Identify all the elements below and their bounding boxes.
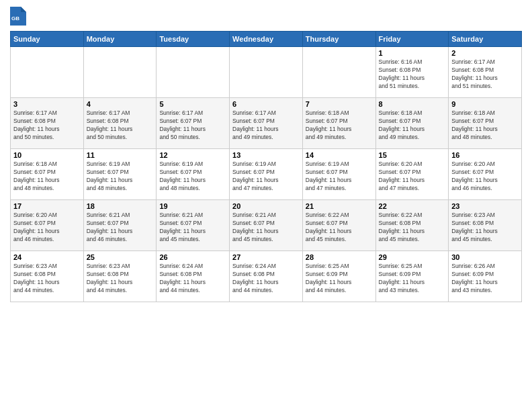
day-info: Sunrise: 6:24 AM Sunset: 6:08 PM Dayligh… [232, 263, 300, 295]
day-number: 2 [451, 49, 519, 57]
day-number: 25 [87, 253, 154, 261]
calendar-cell: 29Sunrise: 6:25 AM Sunset: 6:09 PM Dayli… [375, 251, 449, 302]
day-number: 23 [451, 202, 519, 210]
calendar-cell: 30Sunrise: 6:26 AM Sunset: 6:09 PM Dayli… [449, 251, 522, 302]
day-number: 7 [306, 100, 373, 108]
day-info: Sunrise: 6:20 AM Sunset: 6:07 PM Dayligh… [13, 212, 81, 244]
day-number: 8 [379, 100, 446, 108]
day-info: Sunrise: 6:18 AM Sunset: 6:07 PM Dayligh… [13, 161, 81, 193]
weekday-header-thursday: Thursday [302, 32, 375, 47]
calendar-cell: 18Sunrise: 6:21 AM Sunset: 6:07 PM Dayli… [83, 200, 157, 251]
calendar-page: GB SundayMondayTuesdayWednesdayThursdayF… [0, 0, 532, 411]
weekday-header-sunday: Sunday [11, 32, 84, 47]
day-info: Sunrise: 6:22 AM Sunset: 6:07 PM Dayligh… [306, 212, 373, 244]
day-info: Sunrise: 6:19 AM Sunset: 6:07 PM Dayligh… [232, 161, 300, 193]
day-info: Sunrise: 6:24 AM Sunset: 6:08 PM Dayligh… [159, 263, 226, 295]
day-info: Sunrise: 6:17 AM Sunset: 6:07 PM Dayligh… [232, 109, 300, 142]
calendar-cell: 13Sunrise: 6:19 AM Sunset: 6:07 PM Dayli… [230, 149, 303, 200]
day-info: Sunrise: 6:21 AM Sunset: 6:07 PM Dayligh… [159, 212, 226, 244]
day-number: 13 [232, 151, 300, 159]
calendar-cell: 11Sunrise: 6:19 AM Sunset: 6:07 PM Dayli… [83, 149, 157, 200]
weekday-header-friday: Friday [375, 32, 449, 47]
calendar-cell [157, 47, 230, 98]
calendar-cell: 4Sunrise: 6:17 AM Sunset: 6:08 PM Daylig… [83, 98, 157, 149]
day-info: Sunrise: 6:23 AM Sunset: 6:08 PM Dayligh… [13, 263, 81, 295]
day-number: 1 [379, 49, 446, 57]
day-number: 27 [232, 253, 300, 261]
day-info: Sunrise: 6:23 AM Sunset: 6:08 PM Dayligh… [87, 263, 154, 295]
day-number: 10 [13, 151, 81, 159]
day-info: Sunrise: 6:19 AM Sunset: 6:07 PM Dayligh… [87, 161, 154, 193]
svg-marker-1 [21, 7, 26, 12]
calendar-cell: 6Sunrise: 6:17 AM Sunset: 6:07 PM Daylig… [230, 98, 303, 149]
day-info: Sunrise: 6:17 AM Sunset: 6:07 PM Dayligh… [159, 109, 226, 142]
day-number: 12 [159, 151, 226, 159]
day-number: 24 [13, 253, 81, 261]
calendar-cell: 10Sunrise: 6:18 AM Sunset: 6:07 PM Dayli… [11, 149, 84, 200]
week-row-5: 24Sunrise: 6:23 AM Sunset: 6:08 PM Dayli… [11, 251, 522, 302]
calendar-cell: 21Sunrise: 6:22 AM Sunset: 6:07 PM Dayli… [302, 200, 375, 251]
calendar-cell [11, 47, 84, 98]
day-number: 30 [451, 253, 519, 261]
day-info: Sunrise: 6:19 AM Sunset: 6:07 PM Dayligh… [159, 161, 226, 193]
logo-icon: GB [10, 7, 26, 26]
calendar-cell: 2Sunrise: 6:17 AM Sunset: 6:08 PM Daylig… [449, 47, 522, 98]
day-info: Sunrise: 6:18 AM Sunset: 6:07 PM Dayligh… [379, 109, 446, 142]
calendar-cell: 28Sunrise: 6:25 AM Sunset: 6:09 PM Dayli… [302, 251, 375, 302]
calendar-cell: 24Sunrise: 6:23 AM Sunset: 6:08 PM Dayli… [11, 251, 84, 302]
calendar-cell: 3Sunrise: 6:17 AM Sunset: 6:08 PM Daylig… [11, 98, 84, 149]
weekday-header-wednesday: Wednesday [230, 32, 303, 47]
weekday-header-row: SundayMondayTuesdayWednesdayThursdayFrid… [11, 32, 522, 47]
weekday-header-tuesday: Tuesday [157, 32, 230, 47]
weekday-header-saturday: Saturday [449, 32, 522, 47]
calendar-cell: 15Sunrise: 6:20 AM Sunset: 6:07 PM Dayli… [375, 149, 449, 200]
day-number: 20 [232, 202, 300, 210]
calendar-table: SundayMondayTuesdayWednesdayThursdayFrid… [10, 31, 522, 302]
svg-text:GB: GB [11, 15, 19, 21]
day-number: 18 [87, 202, 154, 210]
day-number: 4 [87, 100, 154, 108]
week-row-2: 3Sunrise: 6:17 AM Sunset: 6:08 PM Daylig… [11, 98, 522, 149]
day-number: 28 [306, 253, 373, 261]
calendar-cell: 7Sunrise: 6:18 AM Sunset: 6:07 PM Daylig… [302, 98, 375, 149]
week-row-4: 17Sunrise: 6:20 AM Sunset: 6:07 PM Dayli… [11, 200, 522, 251]
day-number: 15 [379, 151, 446, 159]
day-info: Sunrise: 6:25 AM Sunset: 6:09 PM Dayligh… [379, 263, 446, 295]
calendar-cell [230, 47, 303, 98]
calendar-cell: 9Sunrise: 6:18 AM Sunset: 6:07 PM Daylig… [449, 98, 522, 149]
day-info: Sunrise: 6:16 AM Sunset: 6:08 PM Dayligh… [379, 58, 446, 91]
day-info: Sunrise: 6:17 AM Sunset: 6:08 PM Dayligh… [87, 109, 154, 142]
header: GB [10, 7, 522, 26]
day-number: 17 [13, 202, 81, 210]
logo: GB [10, 7, 28, 26]
day-number: 26 [159, 253, 226, 261]
calendar-cell: 1Sunrise: 6:16 AM Sunset: 6:08 PM Daylig… [375, 47, 449, 98]
calendar-cell [83, 47, 157, 98]
calendar-cell: 23Sunrise: 6:23 AM Sunset: 6:08 PM Dayli… [449, 200, 522, 251]
day-number: 9 [451, 100, 519, 108]
day-info: Sunrise: 6:22 AM Sunset: 6:08 PM Dayligh… [379, 212, 446, 244]
calendar-cell: 5Sunrise: 6:17 AM Sunset: 6:07 PM Daylig… [157, 98, 230, 149]
day-number: 14 [306, 151, 373, 159]
day-info: Sunrise: 6:19 AM Sunset: 6:07 PM Dayligh… [306, 161, 373, 193]
calendar-cell: 14Sunrise: 6:19 AM Sunset: 6:07 PM Dayli… [302, 149, 375, 200]
day-info: Sunrise: 6:21 AM Sunset: 6:07 PM Dayligh… [232, 212, 300, 244]
calendar-cell: 22Sunrise: 6:22 AM Sunset: 6:08 PM Dayli… [375, 200, 449, 251]
calendar-cell: 12Sunrise: 6:19 AM Sunset: 6:07 PM Dayli… [157, 149, 230, 200]
day-info: Sunrise: 6:20 AM Sunset: 6:07 PM Dayligh… [451, 161, 519, 193]
day-info: Sunrise: 6:17 AM Sunset: 6:08 PM Dayligh… [13, 109, 81, 142]
week-row-1: 1Sunrise: 6:16 AM Sunset: 6:08 PM Daylig… [11, 47, 522, 98]
day-number: 21 [306, 202, 373, 210]
calendar-cell: 17Sunrise: 6:20 AM Sunset: 6:07 PM Dayli… [11, 200, 84, 251]
day-number: 11 [87, 151, 154, 159]
day-info: Sunrise: 6:26 AM Sunset: 6:09 PM Dayligh… [451, 263, 519, 295]
calendar-cell [302, 47, 375, 98]
day-number: 29 [379, 253, 446, 261]
weekday-header-monday: Monday [83, 32, 157, 47]
calendar-cell: 27Sunrise: 6:24 AM Sunset: 6:08 PM Dayli… [230, 251, 303, 302]
day-info: Sunrise: 6:23 AM Sunset: 6:08 PM Dayligh… [451, 212, 519, 244]
day-info: Sunrise: 6:20 AM Sunset: 6:07 PM Dayligh… [379, 161, 446, 193]
calendar-cell: 26Sunrise: 6:24 AM Sunset: 6:08 PM Dayli… [157, 251, 230, 302]
day-info: Sunrise: 6:18 AM Sunset: 6:07 PM Dayligh… [306, 109, 373, 142]
day-number: 5 [159, 100, 226, 108]
